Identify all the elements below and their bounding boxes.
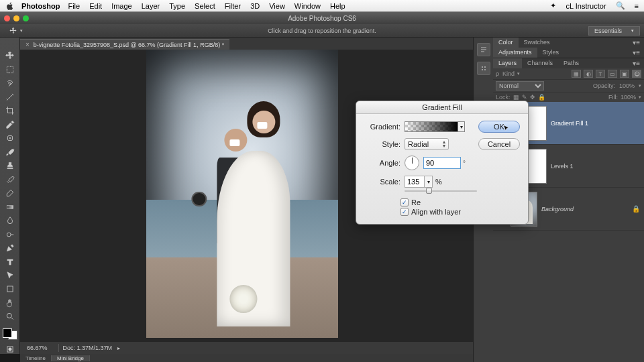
lock-paint-icon[interactable]: ✎ [522,94,527,101]
heal-tool[interactable] [3,133,17,143]
chevron-down-icon[interactable]: ▾ [639,83,641,88]
menu-filter[interactable]: Filter [225,2,241,10]
menu-type[interactable]: Type [169,2,185,10]
fill-value[interactable]: 100% [621,94,636,101]
doc-size[interactable]: Doc: 1.37M/1.37M [63,345,113,351]
tab-adjustments[interactable]: Adjustments [493,48,537,58]
shape-tool[interactable] [3,284,17,294]
close-tab-icon[interactable]: × [25,41,30,48]
filter-shape-icon[interactable]: ▭ [608,70,617,78]
dodge-tool[interactable] [3,229,17,239]
pen-tool[interactable] [3,243,17,253]
app-name[interactable]: Photoshop [21,2,60,10]
minimize-window-button[interactable] [13,15,19,21]
tab-styles[interactable]: Styles [537,48,565,58]
menu-layer[interactable]: Layer [142,2,160,10]
stamp-tool[interactable] [3,161,17,170]
menubar-list-icon[interactable]: ≡ [635,2,639,10]
color-swatches[interactable] [3,328,17,341]
current-tool-indicator[interactable]: ▾ [9,27,23,35]
lasso-tool[interactable] [3,78,17,88]
lock-move-icon[interactable]: ✥ [530,94,535,101]
brush-tool[interactable] [3,147,17,156]
document-tab[interactable]: × b-vignette Fotolia_32957908_S.psd @ 66… [20,39,229,50]
filter-pixel-icon[interactable]: ▦ [572,70,581,78]
lock-all-icon[interactable]: 🔒 [538,94,545,101]
hand-tool[interactable] [3,298,17,308]
align-checkbox[interactable]: ✓ [400,208,409,216]
layer-name[interactable]: Gradient Fill 1 [551,120,588,127]
lock-transparent-icon[interactable]: ▦ [513,94,519,101]
zoom-tool[interactable] [3,312,17,321]
history-brush-tool[interactable] [3,174,17,184]
panel-menu-icon[interactable]: ▾≡ [629,48,644,58]
filter-type-icon[interactable]: T [596,70,605,78]
ok-button[interactable]: OK [478,121,520,133]
tab-swatches[interactable]: Swatches [519,38,555,48]
svg-point-5 [7,314,11,318]
marquee-tool[interactable] [3,64,17,74]
style-select[interactable]: Radial ▴▾ [405,138,449,150]
layer-name[interactable]: Background [541,206,574,213]
dock-history-icon[interactable] [477,43,490,56]
crop-tool[interactable] [3,106,17,115]
document-canvas[interactable] [146,50,338,338]
angle-dial[interactable] [405,156,419,170]
tab-color[interactable]: Color [493,38,519,48]
menu-view[interactable]: View [269,2,285,10]
menu-select[interactable]: Select [195,2,215,10]
workspace-switcher[interactable]: Essentials ▾ [588,26,640,36]
menu-help[interactable]: Help [330,2,345,10]
menubar-user[interactable]: cL Instructor [566,2,606,10]
menu-3d[interactable]: 3D [250,2,260,10]
dock-properties-icon[interactable] [477,62,490,75]
foreground-color-swatch[interactable] [3,328,12,338]
gradient-dropdown-icon[interactable]: ▾ [458,121,465,132]
dialog-body: Gradient: ▾ OK Style: Radial ▴▾ Cancel A… [356,114,528,224]
path-select-tool[interactable] [3,271,17,280]
tab-paths[interactable]: Paths [558,58,584,68]
menu-image[interactable]: Image [111,2,132,10]
chevron-down-icon[interactable]: ▾ [639,95,641,100]
menu-file[interactable]: File [68,2,80,10]
cancel-button[interactable]: Cancel [478,138,520,150]
eyedropper-tool[interactable] [3,119,17,129]
slider-thumb[interactable] [426,188,432,194]
filter-toggle-icon[interactable]: ⏻ [632,70,641,78]
chevron-right-icon[interactable]: ▸ [117,345,120,351]
tab-timeline[interactable]: Timeline [20,355,52,361]
angle-label: Angle: [364,159,400,167]
menu-window[interactable]: Window [294,2,321,10]
wand-tool[interactable] [3,92,17,101]
close-window-button[interactable] [4,15,10,21]
panel-menu-icon[interactable]: ▾≡ [629,38,644,48]
reverse-checkbox[interactable]: ✓ [400,198,409,206]
type-tool[interactable] [3,257,17,266]
blend-mode-select[interactable]: Normal [496,81,544,90]
tab-mini-bridge[interactable]: Mini Bridge [52,355,90,361]
tab-layers[interactable]: Layers [493,58,522,68]
filter-smart-icon[interactable]: ▣ [620,70,629,78]
chevron-down-icon[interactable]: ▾ [517,71,520,76]
layer-filter-row: ρ Kind ▾ ▦ ◐ T ▭ ▣ ⏻ [493,68,644,79]
blur-tool[interactable] [3,216,17,225]
quick-mask-toggle[interactable] [3,344,17,353]
layer-name[interactable]: Levels 1 [551,163,574,170]
scale-label: Scale: [364,178,400,186]
gradient-picker[interactable] [405,121,458,132]
eraser-tool[interactable] [3,188,17,198]
opacity-value[interactable]: 100% [619,82,635,89]
zoom-level[interactable]: 66.67% [20,345,54,351]
gradient-fill-dialog[interactable]: Gradient Fill Gradient: ▾ OK Style: Radi… [356,101,529,225]
scale-slider[interactable] [405,186,477,196]
spotlight-icon[interactable]: 🔍 [616,1,625,10]
angle-input[interactable] [423,157,461,169]
menu-edit[interactable]: Edit [89,2,102,10]
panel-menu-icon[interactable]: ▾≡ [629,58,644,68]
filter-adjust-icon[interactable]: ◐ [584,70,593,78]
gradient-tool[interactable] [3,202,17,211]
slider-track [405,190,477,192]
move-tool[interactable] [3,51,17,60]
tab-channels[interactable]: Channels [522,58,558,68]
zoom-window-button[interactable] [23,15,29,21]
